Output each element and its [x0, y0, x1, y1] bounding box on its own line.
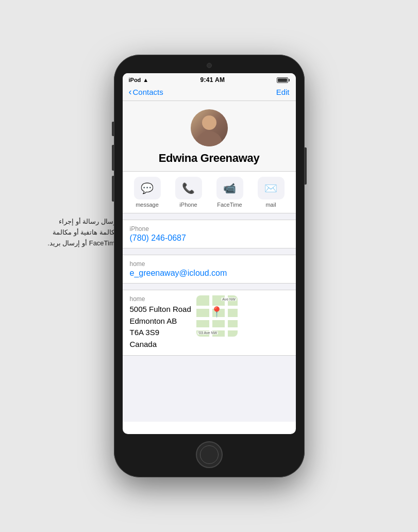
message-label: message: [136, 202, 159, 208]
avatar-person: [191, 109, 228, 146]
mail-label: mail: [265, 202, 276, 208]
map-road-v2: [225, 295, 228, 337]
avatar-body: [196, 131, 222, 146]
map-thumbnail[interactable]: 📍 Ave NW '03 Ave NW: [196, 295, 238, 337]
iphone-device: iPod ▲ 9:41 AM ‹ Contacts Edit: [114, 55, 305, 477]
power-button[interactable]: [305, 147, 307, 185]
action-buttons-row: 💬 message 📞 iPhone 📹 FaceTime ✉️ mail: [123, 172, 296, 213]
navigation-bar: ‹ Contacts Edit: [123, 86, 296, 101]
email-label-tag: home: [130, 260, 289, 268]
battery-body: [277, 77, 288, 83]
phone-icon: 📞: [175, 177, 202, 200]
wifi-icon: ▲: [143, 77, 148, 83]
status-left: iPod ▲: [129, 77, 149, 83]
phone-section: iPhone (780) 246-0687: [123, 220, 296, 248]
address-line-1: 5005 Fulton Road: [130, 304, 191, 315]
avatar-head: [202, 115, 216, 130]
home-button[interactable]: [196, 441, 223, 468]
email-row[interactable]: home e_greenaway@icloud.com: [123, 255, 296, 283]
phone-label-tag: iPhone: [130, 225, 289, 232]
address-line-2: Edmonton AB: [130, 315, 191, 327]
map-label-top: Ave NW: [221, 297, 237, 301]
edit-button[interactable]: Edit: [276, 88, 290, 96]
home-button-ring: [200, 445, 219, 464]
facetime-button[interactable]: 📹 FaceTime: [209, 177, 250, 208]
status-bar: iPod ▲ 9:41 AM: [123, 73, 296, 86]
mail-icon: ✉️: [258, 177, 285, 200]
volume-down-button[interactable]: [112, 176, 114, 202]
volume-up-button[interactable]: [112, 145, 114, 171]
callout-line2: مكالمة هاتفية أو مكالمة: [53, 228, 119, 236]
battery-fill: [278, 78, 287, 82]
contact-header: Edwina Greenaway: [123, 101, 296, 172]
facetime-label: FaceTime: [217, 202, 242, 208]
phone-value: (780) 246-0687: [130, 234, 289, 243]
device-screen: iPod ▲ 9:41 AM ‹ Contacts Edit: [123, 73, 296, 434]
email-value: e_greenaway@icloud.com: [130, 269, 289, 278]
phone-button[interactable]: 📞 iPhone: [168, 177, 209, 208]
address-line-3: T6A 3S9: [130, 327, 191, 339]
phone-label: iPhone: [179, 202, 197, 208]
message-button[interactable]: 💬 message: [127, 177, 168, 208]
scroll-content: Edwina Greenaway 💬 message 📞 iPhone 📹 Fa…: [123, 101, 296, 422]
address-text: home 5005 Fulton Road Edmonton AB T6A 3S…: [130, 295, 191, 350]
callout-line1: إرسال رسالة أو إجراء: [59, 218, 119, 225]
front-camera: [207, 63, 212, 68]
callout-annotation: إرسال رسالة أو إجراء مكالمة هاتفية أو مك…: [15, 217, 119, 248]
mute-button[interactable]: [112, 122, 114, 136]
map-label-bottom: '03 Ave NW: [197, 331, 218, 335]
status-time: 9:41 AM: [200, 76, 225, 84]
callout-text: إرسال رسالة أو إجراء مكالمة هاتفية أو مك…: [47, 218, 119, 247]
back-label: Contacts: [133, 88, 163, 96]
carrier-label: iPod: [129, 77, 141, 83]
mail-button[interactable]: ✉️ mail: [250, 177, 292, 208]
email-section: home e_greenaway@icloud.com: [123, 255, 296, 284]
battery-indicator: [277, 77, 290, 83]
back-button[interactable]: ‹ Contacts: [129, 88, 163, 96]
address-row[interactable]: home 5005 Fulton Road Edmonton AB T6A 3S…: [123, 290, 296, 355]
status-right: [277, 77, 290, 83]
facetime-icon: 📹: [216, 177, 243, 200]
battery-tip: [289, 79, 290, 81]
address-line-4: Canada: [130, 339, 191, 351]
message-icon: 💬: [134, 177, 161, 200]
phone-row[interactable]: iPhone (780) 246-0687: [123, 220, 296, 248]
callout-line3: FaceTime أو إرسال بريد.: [47, 239, 119, 247]
address-label-tag: home: [130, 295, 191, 303]
address-section: home 5005 Fulton Road Edmonton AB T6A 3S…: [123, 290, 296, 356]
back-chevron-icon: ‹: [129, 87, 132, 96]
avatar: [191, 109, 228, 146]
map-road-h3: [196, 327, 238, 330]
contact-name: Edwina Greenaway: [159, 152, 260, 165]
map-pin-icon: 📍: [210, 306, 223, 318]
